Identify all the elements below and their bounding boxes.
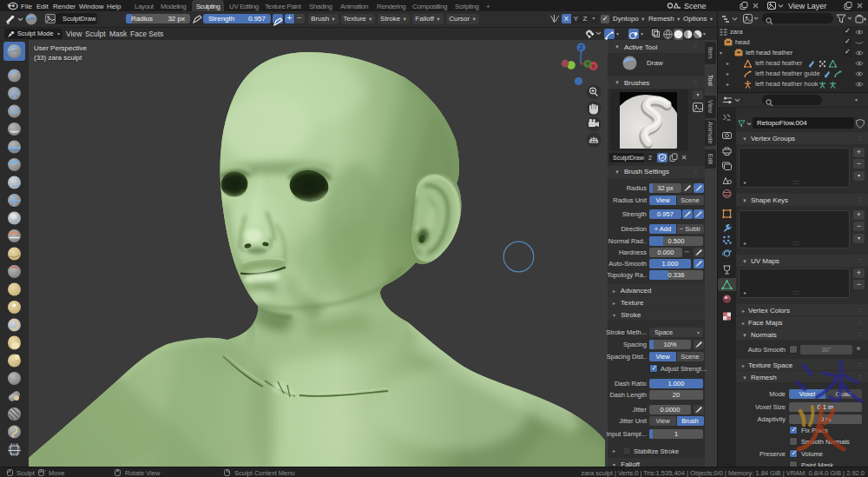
svg-text:Y: Y [586, 61, 590, 67]
svg-text:X: X [591, 63, 595, 70]
svg-text:Z: Z [579, 44, 583, 50]
